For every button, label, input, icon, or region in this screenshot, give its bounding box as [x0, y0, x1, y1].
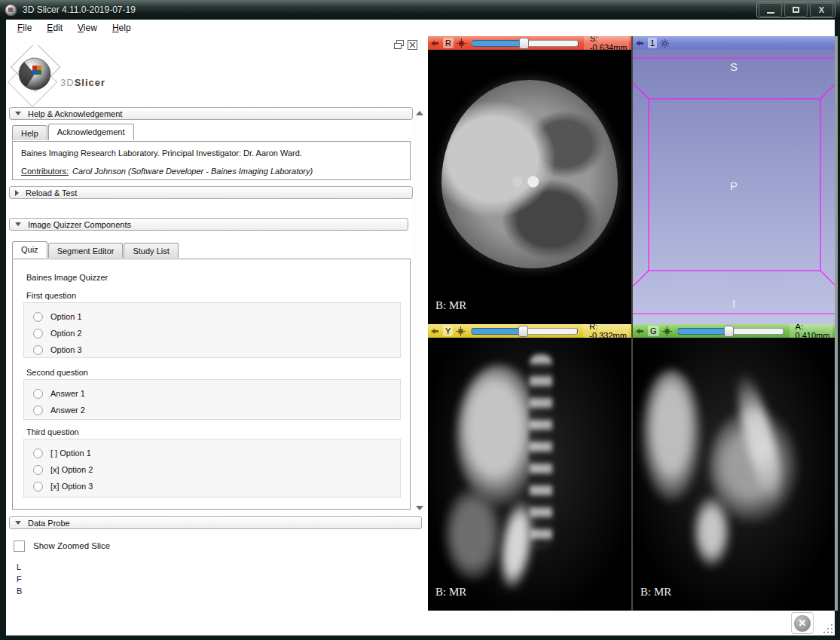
threeD-view-label[interactable]: 1 [648, 38, 657, 48]
slice-offset-value: R: -0.332mm [583, 324, 629, 338]
close-icon: X [819, 6, 824, 14]
question-2-group: Answer 1 Answer 2 [23, 379, 401, 420]
acknowledgement-text: Baines Imaging Research Laboratory. Prin… [21, 149, 398, 158]
title-bar[interactable]: 3D Slicer 4.11.0-2019-07-19 X [0, 0, 840, 20]
slice-offset-slider[interactable] [472, 40, 579, 47]
right-splitter[interactable] [835, 36, 838, 611]
section-image-quizzer[interactable]: Image Quizzer Components [9, 218, 408, 231]
slice-view-label[interactable]: R [443, 38, 454, 48]
contributors-text: Carol Johnson (Software Developer - Bain… [72, 167, 313, 176]
question-2-label: Second question [26, 368, 88, 377]
viewport-green-slice: G A: 0.410mm B: MR [633, 324, 835, 611]
section-reload-test[interactable]: Reload & Test [9, 186, 413, 199]
dataprobe-layer-b: B [17, 586, 22, 596]
close-button[interactable]: X [810, 3, 833, 17]
radio-option[interactable]: [x] Option 3 [33, 478, 400, 495]
pushpin-icon[interactable] [635, 326, 645, 336]
quiz-panel: Baines Image Quizzer First question Opti… [12, 259, 411, 510]
help-ack-tabbar: Help Acknowledgement [12, 124, 135, 140]
module-panel-scrollbar[interactable] [414, 109, 426, 512]
radio-icon[interactable] [33, 465, 43, 475]
dock-controls [394, 40, 417, 50]
viewport-yellow-slice: Y R: -0.332mm B: MR [428, 324, 631, 611]
radio-option[interactable]: Answer 2 [33, 402, 400, 418]
question-3-group: [ ] Option 1 [x] Option 2 [x] Option 3 [23, 439, 401, 498]
crosshair-icon[interactable] [456, 326, 466, 336]
radio-icon[interactable] [33, 312, 43, 322]
radio-option[interactable]: [x] Option 2 [33, 461, 400, 478]
radio-option[interactable]: Answer 1 [33, 385, 400, 402]
question-1-group: Option 1 Option 2 Option 3 [23, 302, 401, 358]
menu-file[interactable]: File [12, 21, 37, 35]
crosshair-icon[interactable] [662, 326, 672, 336]
yellow-slice-controller: Y R: -0.332mm [428, 324, 631, 338]
red-slice-controller: R S: -0.634mm [428, 36, 631, 50]
radio-option[interactable]: Option 3 [33, 341, 400, 358]
slider-handle[interactable] [519, 38, 529, 49]
radio-icon[interactable] [33, 389, 43, 399]
radio-option[interactable]: Option 1 [33, 308, 400, 325]
radio-icon[interactable] [33, 345, 43, 355]
error-log-button[interactable]: ✕ [791, 612, 814, 634]
red-slice-view[interactable]: B: MR [428, 50, 631, 324]
minimize-icon [767, 12, 774, 14]
yellow-slice-view[interactable]: B: MR [428, 338, 631, 611]
mr-coronal-image [633, 338, 835, 611]
menu-view[interactable]: View [72, 21, 102, 35]
show-zoomed-slice-label: Show Zoomed Slice [33, 541, 110, 550]
slider-handle[interactable] [518, 326, 528, 337]
minimize-button[interactable] [759, 3, 782, 17]
radio-icon[interactable] [33, 406, 43, 415]
volume-label: B: MR [435, 299, 466, 312]
radio-option[interactable]: Option 2 [33, 325, 400, 341]
slice-view-label[interactable]: Y [443, 326, 453, 336]
slice-offset-value: A: 0.410mm [790, 324, 832, 338]
maximize-button[interactable] [784, 3, 808, 17]
viewport-grid: R S: -0.634mm B: MR 1 [428, 36, 835, 611]
tab-segment-editor[interactable]: Segment Editor [48, 243, 124, 258]
green-slice-view[interactable]: B: MR [633, 338, 835, 611]
window-title: 3D Slicer 4.11.0-2019-07-19 [23, 5, 136, 15]
mr-sagittal-image [428, 338, 631, 611]
float-panel-icon[interactable] [394, 40, 404, 50]
slice-offset-slider[interactable] [471, 328, 578, 335]
menu-help[interactable]: Help [107, 21, 136, 35]
threeD-view[interactable]: S P I [633, 50, 835, 324]
view-gear-icon[interactable] [660, 38, 670, 48]
pushpin-icon[interactable] [430, 326, 440, 336]
slicer-logo-text: 3DSlicer [60, 77, 105, 88]
radio-icon[interactable] [33, 449, 43, 458]
resize-grip[interactable] [820, 621, 832, 633]
pushpin-icon[interactable] [635, 38, 645, 48]
slider-handle[interactable] [724, 326, 734, 337]
tab-acknowledgement[interactable]: Acknowledgement [48, 124, 134, 140]
radio-icon[interactable] [33, 329, 43, 338]
collapse-arrow-icon [15, 190, 19, 196]
section-help-acknowledgement[interactable]: Help & Acknowledgement [9, 107, 413, 120]
maximize-icon [793, 7, 799, 13]
slicer-logo-icon [8, 45, 63, 107]
collapse-arrow-icon [15, 521, 21, 525]
slice-offset-slider[interactable] [677, 328, 784, 335]
dataprobe-layer-f: F [17, 574, 22, 583]
app-window: 3D Slicer 4.11.0-2019-07-19 X File Edit … [0, 0, 840, 640]
menu-edit[interactable]: Edit [41, 21, 68, 35]
slice-view-label[interactable]: G [648, 326, 659, 336]
scroll-up-icon[interactable] [416, 111, 423, 115]
tab-help[interactable]: Help [12, 125, 47, 140]
scroll-down-icon[interactable] [416, 506, 423, 510]
section-data-probe[interactable]: Data Probe [9, 516, 422, 529]
close-panel-icon[interactable] [408, 40, 417, 50]
tab-study-list[interactable]: Study List [124, 243, 178, 258]
crosshair-icon[interactable] [457, 38, 466, 48]
slice-offset-value: S: -0.634mm [584, 36, 629, 50]
mr-axial-image [441, 80, 618, 268]
green-slice-controller: G A: 0.410mm [633, 324, 835, 338]
pushpin-icon[interactable] [430, 38, 440, 48]
show-zoomed-slice-checkbox[interactable] [14, 540, 25, 552]
tab-quiz[interactable]: Quiz [12, 241, 47, 258]
volume-label: B: MR [435, 586, 466, 599]
app-icon [5, 4, 17, 17]
radio-option[interactable]: [ ] Option 1 [33, 445, 400, 461]
radio-icon[interactable] [33, 482, 43, 491]
